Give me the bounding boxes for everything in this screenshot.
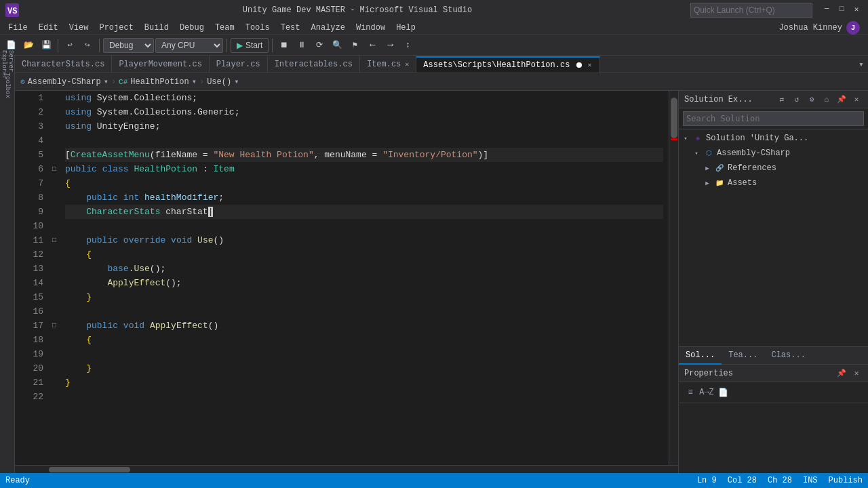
- panel-tab-class[interactable]: Clas...: [764, 347, 812, 365]
- references-expand-icon[interactable]: ▶: [703, 164, 711, 172]
- minimize-button[interactable]: ─: [821, 3, 833, 15]
- code-line-5: [CreateAssetMenu(fileName = "New Health …: [65, 148, 663, 162]
- save-btn[interactable]: 💾: [38, 37, 54, 54]
- assets-label: Assets: [728, 178, 757, 188]
- toolbar-btn-5[interactable]: ⏹: [276, 37, 292, 54]
- prop-alpha-btn[interactable]: A→Z: [699, 385, 714, 400]
- open-file-btn[interactable]: 📂: [20, 37, 37, 54]
- menu-test[interactable]: Test: [275, 20, 306, 35]
- tab-playermovement[interactable]: PlayerMovement.cs: [112, 56, 209, 73]
- panel-tab-team[interactable]: Tea...: [722, 347, 764, 365]
- fold-12: [49, 247, 60, 262]
- prop-pin-btn[interactable]: 📌: [835, 367, 848, 380]
- menu-help[interactable]: Help: [391, 20, 421, 35]
- sol-sync-btn[interactable]: ⇄: [776, 94, 788, 106]
- toolbar-sep-4: [272, 39, 273, 52]
- start-button[interactable]: ▶ Start: [231, 38, 269, 53]
- close-button[interactable]: ✕: [850, 3, 863, 15]
- menu-file[interactable]: File: [3, 20, 33, 35]
- assets-expand-icon[interactable]: ▶: [703, 179, 711, 187]
- tab-interactables[interactable]: Interactables.cs: [268, 56, 360, 73]
- prop-proppage-btn[interactable]: 📄: [715, 385, 730, 400]
- fold-18: [49, 333, 60, 347]
- sol-close-btn[interactable]: ✕: [850, 94, 863, 106]
- h-scrollbar-thumb[interactable]: [49, 467, 130, 472]
- breadcrumb-sep-2: ›: [199, 77, 204, 87]
- tab-item-modified: ✕: [405, 60, 409, 68]
- solution-expand-icon[interactable]: ▾: [682, 134, 690, 142]
- maximize-button[interactable]: □: [835, 3, 848, 15]
- tabs-overflow-btn[interactable]: ▾: [854, 56, 868, 73]
- panel-tab-solution[interactable]: Sol...: [679, 347, 722, 365]
- tree-assets[interactable]: ▶ 📁 Assets: [679, 176, 868, 190]
- code-line-2: using System.Collections.Generic;: [65, 105, 663, 119]
- breadcrumb-bar: ⚙ Assembly-CSharp ▾ › C# HealthPotion ▾ …: [15, 73, 868, 91]
- sol-props-btn[interactable]: ⚙: [806, 94, 818, 106]
- tab-healthpotion-close[interactable]: ✕: [586, 60, 593, 70]
- server-explorer-tab[interactable]: Server Explorer: [1, 58, 14, 72]
- user-avatar[interactable]: J: [846, 21, 860, 35]
- toolbar-btn-6[interactable]: ⏸: [294, 37, 310, 54]
- menu-window[interactable]: Window: [351, 20, 391, 35]
- tree-solution[interactable]: ▾ ◈ Solution 'Unity Ga...: [679, 131, 868, 146]
- fold-11[interactable]: □: [49, 233, 60, 247]
- scrollbar-thumb[interactable]: [671, 98, 677, 138]
- toolbox-tab[interactable]: Toolbox: [1, 79, 14, 92]
- status-col: Col 28: [728, 476, 757, 485]
- fold-8: [49, 190, 60, 205]
- redo-btn[interactable]: ↪: [79, 37, 96, 54]
- panel-tabs: Sol... Tea... Clas...: [679, 346, 868, 364]
- toolbar-btn-10[interactable]: ⟵: [364, 37, 380, 54]
- platform-dropdown[interactable]: Any CPU x64 x86: [155, 38, 223, 53]
- code-editor[interactable]: using System.Collections; using System.C…: [60, 91, 669, 465]
- start-icon: ▶: [237, 41, 243, 50]
- code-line-4: [65, 134, 663, 148]
- horizontal-scrollbar[interactable]: [15, 465, 678, 473]
- fold-17[interactable]: □: [49, 319, 60, 333]
- code-line-11: public override void Use(): [65, 233, 663, 247]
- toolbar-btn-8[interactable]: 🔍: [329, 37, 345, 54]
- tab-item[interactable]: Item.cs ✕: [360, 56, 416, 73]
- undo-btn[interactable]: ↩: [62, 37, 78, 54]
- menu-tools[interactable]: Tools: [240, 20, 275, 35]
- fold-16: [49, 304, 60, 319]
- toolbar-btn-9[interactable]: ⚑: [347, 37, 363, 54]
- menu-analyze[interactable]: Analyze: [306, 20, 351, 35]
- toolbar-btn-7[interactable]: ⟳: [311, 37, 328, 54]
- tree-assembly[interactable]: ▾ ⬡ Assembly-CSharp: [679, 146, 868, 161]
- menu-edit[interactable]: Edit: [33, 20, 64, 35]
- fold-4: [49, 134, 60, 148]
- search-solution-input[interactable]: [683, 111, 864, 126]
- menu-project[interactable]: Project: [94, 20, 138, 35]
- tab-characterstats[interactable]: CharacterStats.cs: [15, 56, 112, 73]
- tree-references[interactable]: ▶ 🔗 References: [679, 161, 868, 176]
- assembly-icon: ⬡: [703, 148, 714, 159]
- debug-config-dropdown[interactable]: Debug Release: [103, 38, 154, 53]
- menu-debug[interactable]: Debug: [174, 20, 210, 35]
- sol-refresh-btn[interactable]: ↺: [791, 94, 803, 106]
- menu-view[interactable]: View: [64, 20, 94, 35]
- vertical-scrollbar[interactable]: [669, 91, 678, 465]
- solution-explorer-title: Solution Ex...: [684, 95, 773, 104]
- code-line-9[interactable]: CharacterStats charStat|: [65, 205, 663, 219]
- tab-player[interactable]: Player.cs: [210, 56, 268, 73]
- menu-build[interactable]: Build: [139, 20, 174, 35]
- sol-pin-btn[interactable]: 📌: [835, 94, 848, 106]
- assembly-expand-icon[interactable]: ▾: [692, 149, 701, 157]
- toolbar-btn-12[interactable]: ↕: [399, 37, 416, 54]
- tabs-bar: CharacterStats.cs PlayerMovement.cs Play…: [15, 56, 868, 73]
- breadcrumb-method[interactable]: Use() ▾: [207, 77, 239, 87]
- breadcrumb-assembly[interactable]: ⚙ Assembly-CSharp ▾: [20, 77, 108, 87]
- sol-home-btn[interactable]: ⌂: [821, 94, 833, 106]
- quick-launch-input[interactable]: [690, 3, 812, 18]
- breadcrumb-class[interactable]: C# HealthPotion ▾: [119, 77, 197, 87]
- prop-close-btn[interactable]: ✕: [850, 367, 863, 380]
- fold-7: [49, 176, 60, 190]
- toolbar-btn-11[interactable]: ⟶: [382, 37, 398, 54]
- status-publish[interactable]: Publish: [829, 476, 863, 485]
- tab-healthpotion-label: Assets\Scripts\HealthPotion.cs: [423, 60, 570, 70]
- properties-title: Properties: [684, 369, 833, 378]
- menu-team[interactable]: Team: [210, 20, 240, 35]
- tab-healthpotion[interactable]: Assets\Scripts\HealthPotion.cs ✕: [416, 56, 600, 73]
- prop-categories-btn[interactable]: ≡: [683, 385, 698, 400]
